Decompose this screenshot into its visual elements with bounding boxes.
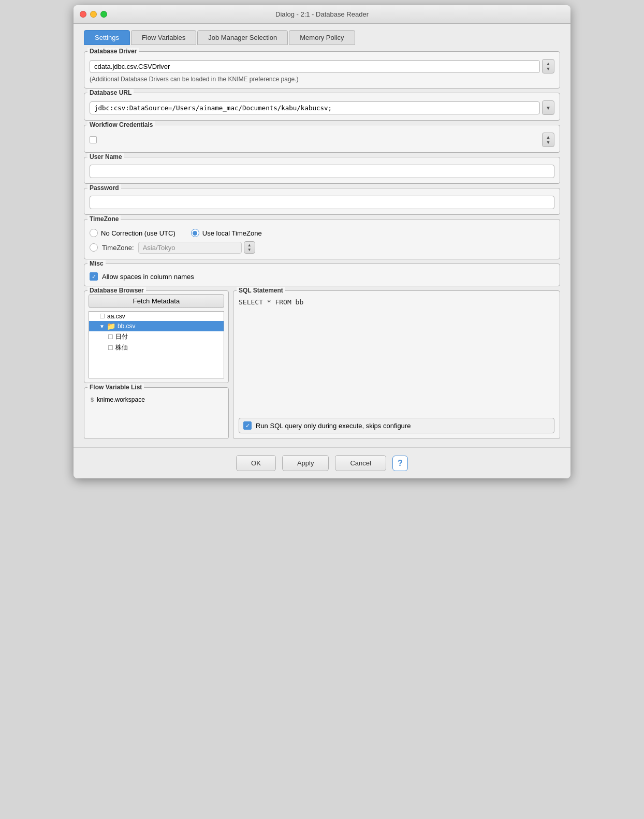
flow-variable-list-section: Flow Variable List $ knime.workspace (84, 387, 229, 439)
tree-item-aa-csv[interactable]: ☐ aa.csv (89, 312, 224, 321)
driver-spinner[interactable]: ▲▼ (542, 59, 554, 74)
apply-button[interactable]: Apply (282, 455, 329, 471)
tab-job-manager[interactable]: Job Manager Selection (197, 30, 288, 45)
database-url-input[interactable] (90, 101, 540, 114)
tree-item-date[interactable]: ☐ 日付 (89, 331, 224, 342)
database-browser-legend: Database Browser (87, 287, 146, 294)
no-correction-radio[interactable] (90, 229, 98, 237)
file-icon-price: ☐ (108, 344, 113, 352)
main-window: Dialog - 2:1 - Database Reader Settings … (74, 5, 570, 478)
file-icon-aa: ☐ (99, 313, 105, 320)
allow-spaces-checkbox[interactable]: ✓ (90, 272, 98, 281)
tree-item-price[interactable]: ☐ 株価 (89, 342, 224, 353)
credentials-spinner[interactable]: ▲▼ (542, 133, 554, 147)
expand-icon-bb: ▼ (99, 324, 105, 329)
credentials-checkbox[interactable] (90, 136, 97, 143)
password-section: Password (84, 188, 560, 215)
window-title: Dialog - 2:1 - Database Reader (275, 10, 369, 18)
tabs-bar: Settings Flow Variables Job Manager Sele… (74, 24, 570, 45)
close-button[interactable] (80, 11, 86, 18)
minimize-button[interactable] (90, 11, 97, 18)
use-local-tz-label: Use local TimeZone (202, 229, 262, 237)
driver-select[interactable]: cdata.jdbc.csv.CSVDriver (90, 60, 540, 73)
database-driver-section: Database Driver cdata.jdbc.csv.CSVDriver… (84, 51, 560, 89)
maximize-button[interactable] (100, 11, 107, 18)
file-icon-date: ☐ (108, 333, 113, 341)
workflow-credentials-section: Workflow Credentials ▲▼ (84, 125, 560, 153)
tz-select-label: TimeZone: (102, 244, 134, 252)
right-panel: SQL Statement SELECT * FROM bb ✓ Run SQL… (233, 290, 560, 439)
bottom-panels: Database Browser Fetch Metadata ☐ aa.csv… (84, 290, 560, 439)
url-dropdown-btn[interactable]: ▼ (542, 100, 554, 115)
misc-section: Misc ✓ Allow spaces in column names (84, 264, 560, 286)
titlebar: Dialog - 2:1 - Database Reader (74, 5, 570, 24)
timezone-legend: TimeZone (87, 215, 121, 223)
allow-spaces-label: Allow spaces in column names (102, 273, 194, 281)
password-input[interactable] (90, 196, 554, 209)
ok-button[interactable]: OK (236, 455, 276, 471)
run-sql-row: ✓ Run SQL query only during execute, ski… (239, 418, 554, 433)
tab-memory-policy[interactable]: Memory Policy (289, 30, 355, 45)
workflow-credentials-legend: Workflow Credentials (87, 121, 155, 128)
driver-hint: (Additional Database Drivers can be load… (90, 76, 554, 83)
traffic-lights (80, 11, 107, 18)
tree-area[interactable]: ☐ aa.csv ▼ 📁 bb.csv ☐ 日付 (89, 311, 224, 378)
use-local-tz-option[interactable]: Use local TimeZone (191, 229, 262, 237)
username-section: User Name (84, 157, 560, 184)
left-panel: Database Browser Fetch Metadata ☐ aa.csv… (84, 290, 229, 439)
flow-variable-list-legend: Flow Variable List (87, 384, 144, 391)
database-browser-section: Database Browser Fetch Metadata ☐ aa.csv… (84, 290, 229, 383)
run-sql-label: Run SQL query only during execute, skips… (256, 422, 411, 430)
tz-specific-radio[interactable] (90, 243, 98, 252)
cancel-button[interactable]: Cancel (335, 455, 386, 471)
tree-item-bb-csv[interactable]: ▼ 📁 bb.csv (89, 321, 224, 331)
help-icon: ? (398, 459, 403, 468)
misc-legend: Misc (87, 260, 106, 267)
username-input[interactable] (90, 165, 554, 178)
var-type-icon: $ (91, 397, 94, 403)
sql-legend: SQL Statement (237, 287, 285, 294)
sql-text-area[interactable]: SELECT * FROM bb (239, 294, 554, 414)
username-legend: User Name (87, 153, 124, 160)
folder-icon-bb: 📁 (107, 322, 115, 330)
fetch-metadata-button[interactable]: Fetch Metadata (89, 294, 224, 308)
no-correction-label: No Correction (use UTC) (101, 229, 175, 237)
tab-flow-variables[interactable]: Flow Variables (131, 30, 196, 45)
database-driver-legend: Database Driver (87, 48, 139, 55)
use-local-tz-radio[interactable] (191, 229, 199, 237)
footer: OK Apply Cancel ? (74, 447, 570, 478)
database-url-legend: Database URL (87, 89, 134, 96)
flow-var-knime-workspace[interactable]: $ knime.workspace (89, 395, 224, 404)
settings-content: Database Driver cdata.jdbc.csv.CSVDriver… (74, 45, 570, 447)
sql-statement-section: SQL Statement SELECT * FROM bb ✓ Run SQL… (233, 290, 560, 439)
timezone-select[interactable]: Asia/Tokyo (138, 242, 242, 254)
tab-settings[interactable]: Settings (84, 30, 130, 45)
flow-var-label: knime.workspace (97, 396, 145, 403)
help-button[interactable]: ? (392, 456, 408, 471)
password-legend: Password (87, 184, 121, 192)
tz-spinner[interactable]: ▲▼ (244, 241, 255, 254)
run-sql-checkbox[interactable]: ✓ (243, 421, 252, 430)
timezone-section: TimeZone No Correction (use UTC) Use loc… (84, 219, 560, 259)
database-url-section: Database URL ▼ (84, 93, 560, 121)
no-correction-option[interactable]: No Correction (use UTC) (90, 229, 175, 237)
